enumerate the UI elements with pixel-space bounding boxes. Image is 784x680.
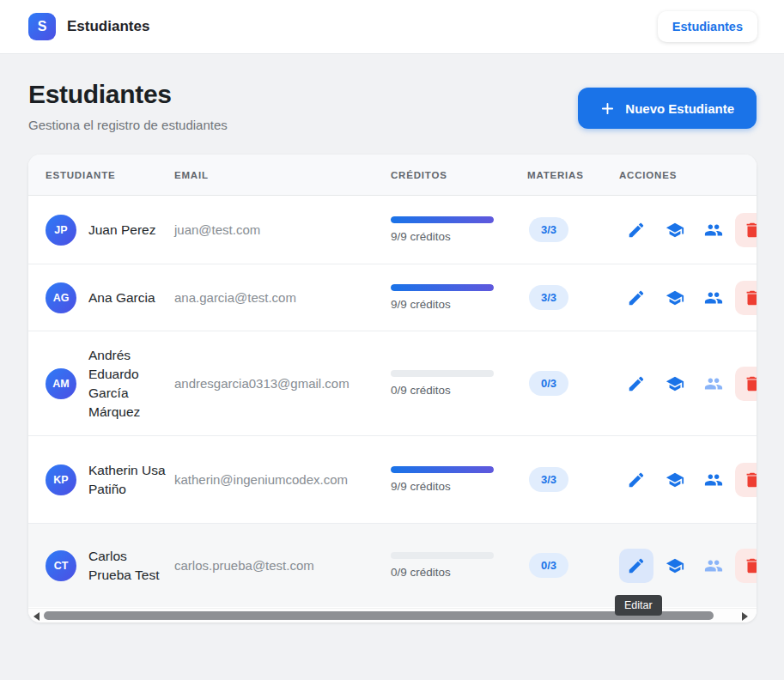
materias-cell: 3/3 [527, 285, 619, 310]
student-cell: CT Carlos Prueba Test [28, 547, 174, 585]
avatar-initials: AM [52, 378, 69, 390]
graduation-cap-icon [665, 556, 684, 575]
subjects-button[interactable] [658, 281, 692, 315]
student-name: Juan Perez [88, 221, 167, 240]
student-name: Carlos Prueba Test [88, 547, 167, 585]
email-cell: carlos.prueba@test.com [174, 558, 391, 574]
trash-icon [743, 556, 757, 575]
credits-cell: 9/9 créditos [391, 466, 527, 493]
student-cell: AG Ana Garcia [28, 282, 174, 313]
app-title: Estudiantes [67, 18, 149, 35]
scrollbar-thumb[interactable] [44, 611, 714, 620]
email-cell: juan@test.com [174, 222, 391, 238]
materias-badge: 0/3 [529, 553, 568, 578]
student-cell: AM Andrés Eduardo García Márquez [28, 346, 174, 422]
student-cell: JP Juan Perez [28, 215, 174, 246]
graduation-cap-icon [665, 374, 684, 393]
credits-label: 9/9 créditos [391, 298, 527, 311]
edit-button[interactable] [619, 281, 653, 315]
people-icon [704, 556, 723, 575]
groups-button[interactable] [696, 281, 731, 315]
groups-button[interactable] [696, 213, 731, 247]
credits-progress-track [391, 370, 494, 377]
people-icon [704, 471, 723, 489]
nav-tab-estudiantes[interactable]: Estudiantes [658, 11, 757, 42]
scrollbar-right-arrow-icon[interactable] [742, 612, 748, 621]
table-row: KP Katherin Usa Patiño katherin@ingenium… [28, 436, 757, 524]
student-cell: KP Katherin Usa Patiño [28, 461, 174, 499]
graduation-cap-icon [665, 288, 684, 307]
actions-cell [619, 463, 757, 497]
subjects-button[interactable] [658, 463, 692, 497]
column-header-email: Email [174, 170, 391, 180]
avatar-initials: AG [53, 292, 70, 304]
materias-cell: 3/3 [527, 217, 619, 242]
table-header-row: Estudiante Email Créditos Materias Accio… [28, 155, 757, 196]
avatar-initials: KP [53, 474, 68, 486]
edit-button[interactable] [619, 549, 653, 583]
scrollbar-left-arrow-icon[interactable] [33, 612, 40, 621]
credits-progress-fill [391, 216, 494, 223]
table-row: AM Andrés Eduardo García Márquez andresg… [28, 331, 757, 436]
edit-tooltip: Editar [615, 595, 662, 616]
avatar: CT [46, 550, 76, 581]
materias-badge: 3/3 [529, 285, 568, 310]
avatar: KP [46, 464, 76, 495]
edit-button[interactable] [619, 367, 653, 401]
new-student-button[interactable]: Nuevo Estudiante [578, 88, 757, 129]
subjects-button[interactable] [658, 213, 692, 247]
student-name: Andrés Eduardo García Márquez [88, 346, 167, 422]
delete-button[interactable] [735, 281, 757, 315]
materias-badge: 3/3 [529, 467, 568, 492]
students-table-card: Estudiante Email Créditos Materias Accio… [28, 155, 757, 622]
credits-progress-track [391, 552, 494, 559]
trash-icon [743, 288, 757, 307]
credits-label: 9/9 créditos [391, 480, 527, 493]
delete-button[interactable] [735, 367, 757, 401]
student-email: ana.garcia@test.com [174, 290, 296, 305]
student-name: Katherin Usa Patiño [88, 461, 167, 499]
graduation-cap-icon [665, 221, 684, 240]
main-content: Estudiantes Gestiona el registro de estu… [0, 54, 784, 622]
materias-badge: 3/3 [529, 217, 568, 242]
edit-button[interactable] [619, 463, 653, 497]
actions-cell [619, 549, 757, 583]
groups-button[interactable] [696, 463, 731, 497]
pencil-icon [627, 374, 646, 393]
page-header: Estudiantes Gestiona el registro de estu… [28, 80, 757, 132]
delete-button[interactable] [735, 463, 757, 497]
student-email: juan@test.com [174, 222, 260, 237]
email-cell: andresgarcia0313@gmail.com [174, 376, 391, 392]
trash-icon [743, 221, 757, 240]
delete-button[interactable] [735, 549, 757, 583]
pencil-icon [627, 471, 646, 489]
groups-button[interactable] [696, 549, 731, 583]
trash-icon [743, 374, 757, 393]
people-icon [704, 221, 723, 240]
materias-cell: 3/3 [527, 467, 619, 492]
credits-progress-track [391, 466, 494, 473]
page-subtitle: Gestiona el registro de estudiantes [28, 118, 228, 132]
subjects-button[interactable] [658, 367, 692, 401]
edit-button[interactable] [619, 213, 653, 247]
materias-cell: 0/3 [527, 371, 619, 396]
materias-cell: 0/3 [527, 553, 619, 578]
credits-cell: 9/9 créditos [391, 216, 527, 243]
groups-button[interactable] [696, 367, 731, 401]
table-scroll-area[interactable]: Estudiante Email Créditos Materias Accio… [28, 155, 757, 607]
subjects-button[interactable] [658, 549, 692, 583]
avatar: JP [46, 215, 76, 246]
plus-icon [600, 101, 615, 116]
trash-icon [743, 471, 757, 489]
app-logo-letter: S [38, 19, 47, 34]
people-icon [704, 374, 723, 393]
credits-progress-track [391, 284, 494, 291]
top-bar: S Estudiantes Estudiantes [0, 0, 784, 54]
credits-cell: 9/9 créditos [391, 284, 527, 311]
delete-button[interactable] [735, 213, 757, 247]
credits-cell: 0/9 créditos [391, 552, 527, 579]
actions-cell [619, 213, 757, 247]
students-table: Estudiante Email Créditos Materias Accio… [28, 155, 757, 607]
avatar: AG [46, 282, 76, 313]
student-email: andresgarcia0313@gmail.com [174, 376, 349, 391]
